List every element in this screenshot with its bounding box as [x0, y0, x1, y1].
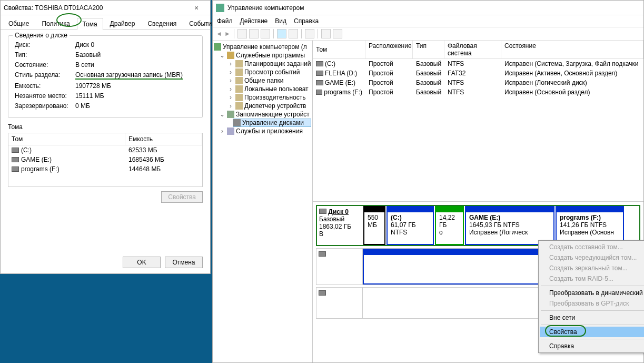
context-menu-item[interactable]: Справка — [540, 341, 644, 351]
expand-icon[interactable]: › — [227, 68, 234, 76]
disk-mgmt-icon — [233, 119, 241, 126]
tab-volumes[interactable]: Тома — [77, 18, 103, 30]
cancel-button[interactable]: Отмена — [165, 257, 203, 268]
part-name: GAME (E:) — [469, 214, 500, 221]
group-title: Сведения о диске — [13, 32, 70, 39]
context-menu-item: Преобразовать в GPT-диск — [540, 298, 644, 309]
vol-state: Исправен (Активен, Основной раздел) — [501, 69, 643, 77]
collapse-icon[interactable]: ⌄ — [219, 111, 225, 118]
disk-icon — [319, 290, 326, 296]
col-capacity[interactable]: Емкость — [125, 133, 202, 145]
help-icon[interactable] — [277, 29, 286, 38]
expand-icon[interactable]: › — [227, 94, 234, 101]
tab-policy[interactable]: Политика — [36, 17, 75, 30]
partition-block[interactable]: (C:)61,07 ГБ NTFS — [387, 206, 434, 245]
tree-storage[interactable]: Запоминающие устройст — [236, 111, 310, 118]
tree-item[interactable]: ›Локальные пользоват — [214, 85, 311, 93]
context-menu-item[interactable]: Свойства — [540, 327, 644, 337]
context-menu-item: Создать составной том... — [540, 242, 644, 252]
part-state: о — [439, 229, 443, 236]
forward-icon[interactable]: ► — [224, 30, 231, 37]
menu-item-label: Создать чередующийся том... — [549, 254, 637, 261]
tree-item[interactable]: ›Производительность — [214, 93, 311, 102]
col-layout[interactable]: Расположение — [365, 41, 413, 58]
disk-state: В — [319, 230, 323, 238]
tab-driver[interactable]: Драйвер — [104, 17, 141, 30]
menu-action[interactable]: Действие — [240, 17, 268, 25]
toolbar-icon[interactable] — [333, 29, 342, 38]
volume-icon — [12, 148, 19, 153]
partition-block[interactable]: 550 МБ — [363, 206, 385, 245]
app-icon — [216, 4, 224, 12]
table-row[interactable]: programs (F:)144648 МБ — [8, 164, 202, 174]
menu-help[interactable]: Справка — [294, 17, 319, 25]
toolbar-icon[interactable] — [249, 29, 259, 38]
collapse-icon[interactable]: ⌄ — [219, 52, 225, 59]
toolbar-icon[interactable] — [261, 29, 270, 38]
volume-properties-button: Свойства — [161, 191, 203, 203]
table-header: Том Емкость — [8, 133, 202, 145]
table-row[interactable]: GAME (E:)1685436 МБ — [8, 155, 202, 164]
ok-button[interactable]: OK — [123, 257, 161, 268]
disk-icon — [319, 209, 326, 214]
context-menu-item[interactable]: Вне сети — [540, 312, 644, 323]
tree-item[interactable]: ›Планировщик заданий — [214, 60, 311, 68]
capacity-value: 1907728 МБ — [75, 82, 111, 90]
toolbar-icon[interactable] — [237, 29, 247, 38]
tree-item-icon — [235, 77, 243, 84]
disk-label-block[interactable]: Диск 0 Базовый 1863,02 ГБ В — [317, 206, 363, 245]
vol-name: programs (F:) — [324, 89, 362, 96]
table-row[interactable]: (C:)62533 МБ — [8, 145, 202, 155]
menu-view[interactable]: Вид — [275, 17, 286, 25]
list-row[interactable]: FLEHA (D:)ПростойБазовыйFAT32Исправен (А… — [313, 68, 643, 78]
partition-block[interactable]: programs (F:)141,26 ГБ NTFSИсправен (Осн… — [556, 206, 624, 245]
col-volume[interactable]: Том — [8, 133, 125, 145]
menu-item-label: Преобразовать в динамический диск... — [549, 289, 644, 297]
expand-icon[interactable]: › — [227, 102, 234, 110]
part-name: (C:) — [391, 214, 402, 221]
expand-icon[interactable]: › — [227, 60, 234, 67]
tree-item-icon — [235, 60, 243, 67]
expand-icon[interactable]: › — [219, 127, 225, 135]
partition-block[interactable]: GAME (E:)1645,93 ГБ NTFSИсправен (Логиче… — [465, 206, 554, 245]
part-size: 14,22 ГБ — [439, 214, 455, 229]
expand-icon[interactable]: › — [227, 85, 234, 93]
col-volume[interactable]: Том — [313, 41, 365, 58]
partition-block[interactable]: 14,22 ГБо — [435, 206, 464, 245]
disk-label-block[interactable] — [316, 249, 363, 284]
col-fs[interactable]: Файловая система — [444, 41, 501, 58]
context-menu-item[interactable]: Преобразовать в динамический диск... — [540, 288, 644, 298]
toolbar-icon[interactable] — [321, 29, 331, 38]
navigation-tree[interactable]: Управление компьютером (л ⌄Служебные про… — [213, 41, 313, 362]
expand-icon[interactable]: › — [227, 77, 234, 84]
menu-file[interactable]: Файл — [217, 17, 233, 25]
list-row[interactable]: (C:)ПростойБазовыйNTFSИсправен (Система,… — [313, 59, 643, 68]
tab-general[interactable]: Общие — [3, 17, 35, 30]
dialog-body: Сведения о диске Диск:Диск 0 Тип:Базовый… — [1, 30, 210, 251]
tree-root[interactable]: Управление компьютером (л — [223, 43, 307, 51]
volume-name: programs (F:) — [21, 165, 60, 173]
vol-layout: Простой — [365, 79, 413, 87]
list-row[interactable]: GAME (E:)ПростойБазовыйNTFSИсправен (Лог… — [313, 78, 643, 87]
close-icon[interactable]: × — [186, 4, 207, 12]
col-type[interactable]: Тип — [413, 41, 444, 58]
list-row[interactable]: programs (F:)ПростойБазовыйNTFSИсправен … — [313, 87, 643, 97]
tree-item[interactable]: ›Диспетчер устройств — [214, 102, 311, 110]
toolbar-icon[interactable] — [305, 29, 314, 38]
state-label: Состояние: — [15, 61, 75, 68]
tree-item[interactable]: ›Просмотр событий — [214, 68, 311, 76]
tree-disk-management[interactable]: Управление дисками — [242, 119, 304, 126]
free-value: 15111 МБ — [75, 92, 104, 100]
tree-services[interactable]: Службы и приложения — [236, 127, 303, 135]
tree-system-tools[interactable]: Служебные программы — [236, 52, 305, 59]
vol-fs: NTFS — [444, 88, 501, 96]
col-state[interactable]: Состояние — [501, 41, 643, 58]
tree-item-label: Общие папки — [244, 77, 283, 84]
tree-item-icon — [235, 85, 243, 93]
tab-details[interactable]: Сведения — [142, 17, 182, 30]
back-icon[interactable]: ◄ — [216, 30, 222, 37]
volumes-label: Тома — [8, 123, 203, 131]
disk-label-block[interactable] — [316, 288, 363, 318]
tree-item[interactable]: ›Общие папки — [214, 76, 311, 85]
toolbar-icon[interactable] — [289, 29, 298, 38]
